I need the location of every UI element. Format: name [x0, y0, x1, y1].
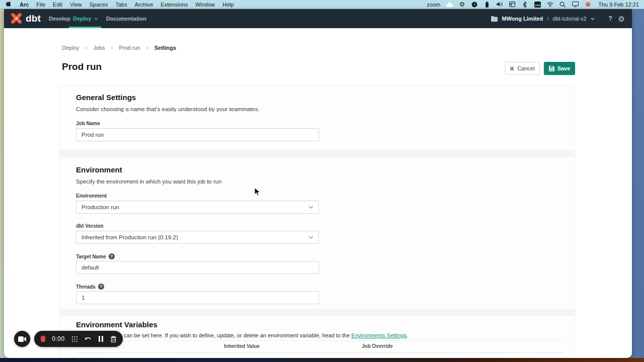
clock-icon[interactable]: [471, 1, 478, 8]
nav-link-documentation[interactable]: Documentation: [106, 9, 146, 28]
trash-icon[interactable]: [110, 335, 116, 343]
breadcrumb-jobs[interactable]: Jobs: [93, 45, 105, 51]
cancel-button[interactable]: Cancel: [505, 62, 540, 75]
save-button[interactable]: Save: [544, 62, 575, 75]
zoom-menu-label[interactable]: zoom: [427, 2, 440, 8]
environments-settings-link[interactable]: Environments Settings: [351, 332, 407, 338]
nav-link-deploy-label: Deploy: [73, 9, 92, 28]
cloud-icon[interactable]: [446, 1, 453, 8]
menubar-menus: Arc File Edit View Spaces Tabs Archive E…: [5, 1, 234, 8]
dbt-navbar: dbt Develop Deploy Documentation MWong L…: [4, 9, 632, 28]
record-stop-button[interactable]: [41, 336, 45, 342]
breadcrumb-settings: Settings: [154, 45, 176, 51]
dbt-logo-icon: [10, 12, 23, 25]
general-settings-title: General Settings: [76, 93, 136, 102]
section-divider: [60, 150, 575, 157]
menubar-clock[interactable]: Thu 9 Feb 12:21: [598, 2, 639, 8]
menubar-item-edit[interactable]: Edit: [53, 2, 62, 8]
nav-link-deploy[interactable]: Deploy: [73, 9, 98, 28]
menubar-item-file[interactable]: File: [36, 2, 45, 8]
env-vars-table-header: Inherited Value Job Override: [76, 340, 564, 353]
nav-link-develop[interactable]: Develop: [49, 9, 70, 28]
menubar-item-arc[interactable]: Arc: [20, 2, 29, 8]
status-dot-icon[interactable]: [584, 1, 591, 8]
account-project-separator: /: [547, 16, 548, 22]
battery-icon[interactable]: [484, 1, 491, 8]
input-source-icon[interactable]: esa: [534, 1, 541, 8]
calendar-icon[interactable]: [509, 1, 516, 8]
search-icon[interactable]: [559, 1, 566, 8]
browser-window: dbt Develop Deploy Documentation MWong L…: [4, 9, 632, 358]
mouse-cursor: [254, 187, 261, 197]
help-icon[interactable]: ?: [607, 15, 614, 23]
recorder-camera-button[interactable]: [14, 331, 30, 347]
dbt-logo-text: dbt: [26, 13, 41, 24]
screen: Arc File Edit View Spaces Tabs Archive E…: [0, 0, 644, 362]
bluetooth-icon[interactable]: [521, 1, 528, 8]
pause-icon[interactable]: [98, 335, 104, 343]
save-button-label: Save: [557, 65, 571, 71]
chevron-down-icon: [94, 18, 98, 20]
target-name-label-text: Target Name: [76, 254, 106, 259]
apple-menu-icon[interactable]: [5, 1, 12, 8]
target-name-label: Target Name ?: [76, 253, 115, 259]
menubar-item-view[interactable]: View: [70, 2, 82, 8]
environment-select-label: Environment: [76, 193, 107, 199]
threads-label: Threads ?: [76, 284, 104, 290]
dbt-version-select[interactable]: Inherited from Production run (0.19.2): [76, 231, 319, 244]
target-name-help-icon[interactable]: ?: [109, 253, 115, 259]
breadcrumb-prod-run[interactable]: Prod run: [119, 45, 140, 51]
account-name[interactable]: MWong Limited: [502, 16, 543, 22]
volume-icon[interactable]: [496, 1, 503, 8]
threads-input[interactable]: [76, 291, 319, 304]
display-icon[interactable]: [572, 1, 579, 8]
menubar-item-archive[interactable]: Archive: [135, 2, 153, 8]
job-name-label: Job Name: [76, 121, 100, 126]
drag-handle-icon[interactable]: [71, 335, 78, 343]
breadcrumb-separator-icon: ›: [85, 44, 87, 51]
wifi-icon[interactable]: [546, 1, 553, 8]
environment-subtitle: Specify the environment in which you wan…: [76, 178, 222, 185]
menubar-item-extensions[interactable]: Extensions: [160, 2, 188, 8]
cancel-button-label: Cancel: [517, 65, 534, 71]
breadcrumb-separator-icon: ›: [111, 44, 113, 51]
chevron-down-icon: [308, 236, 313, 239]
deploy-active-underline: [69, 27, 101, 28]
video-camera-icon: [18, 336, 26, 342]
job-settings-card: General Settings Consider choosing a nam…: [59, 85, 575, 358]
page-title: Prod run: [62, 61, 102, 72]
menubar-item-help[interactable]: Help: [222, 2, 234, 8]
save-icon: [549, 66, 554, 71]
recording-timer: 0:00: [52, 335, 64, 342]
section-divider: [60, 309, 575, 316]
threads-label-text: Threads: [76, 284, 96, 290]
menubar-item-tabs[interactable]: Tabs: [115, 2, 127, 8]
menubar-item-spaces[interactable]: Spaces: [90, 2, 108, 8]
menubar-item-window[interactable]: Window: [195, 2, 215, 8]
breadcrumb-separator-icon: ›: [146, 44, 148, 51]
desktop-wallpaper-bottom: [0, 358, 644, 362]
settings-gear-icon[interactable]: ⚙: [618, 15, 625, 23]
undo-icon[interactable]: [85, 335, 92, 343]
navbar-account-area: MWong Limited / dbt-tutorial-v2 ? ⚙: [491, 9, 625, 28]
gear-icon[interactable]: ⚙: [458, 1, 465, 8]
folder-icon: [491, 15, 498, 22]
macos-menubar: Arc File Edit View Spaces Tabs Archive E…: [0, 0, 644, 9]
job-name-input[interactable]: [76, 128, 319, 141]
project-name[interactable]: dbt-tutorial-v2: [552, 16, 586, 22]
dbt-logo[interactable]: dbt: [10, 12, 41, 25]
menubar-status-area: zoom ⚙ esa: [427, 1, 639, 8]
target-name-input[interactable]: [76, 261, 319, 274]
env-vars-description-period: .: [407, 332, 408, 338]
project-chevron-down-icon[interactable]: [591, 18, 595, 20]
svg-text:esa: esa: [535, 3, 540, 6]
general-settings-subtitle: Consider choosing a name that's easily u…: [76, 106, 260, 112]
breadcrumb: Deploy › Jobs › Prod run › Settings: [62, 44, 176, 51]
environment-variables-description: Job level overrides can be set here. If …: [76, 332, 408, 338]
environment-select[interactable]: Production run: [76, 201, 319, 214]
dbt-version-select-value: Inherited from Production run (0.19.2): [82, 234, 178, 240]
threads-help-icon[interactable]: ?: [98, 284, 104, 290]
column-inherited-value: Inherited Value: [224, 343, 260, 349]
column-job-override: Job Override: [362, 343, 393, 349]
breadcrumb-deploy[interactable]: Deploy: [62, 45, 79, 51]
